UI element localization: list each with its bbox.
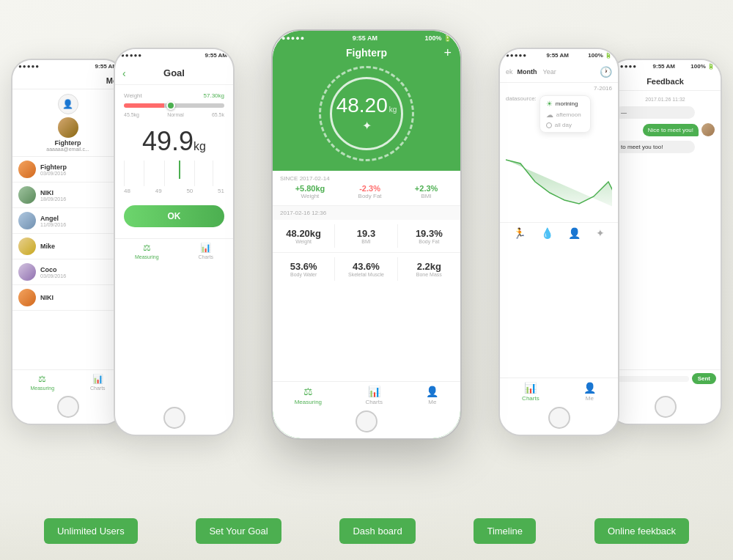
home-button-left[interactable]	[163, 407, 185, 429]
charts-icon-right: 📊	[524, 382, 537, 394]
user-list: Fighterp 03/09/2016 NIKI 18/09/2016 Ange…	[12, 157, 123, 311]
home-button-center[interactable]	[356, 410, 377, 432]
phone-center: ●●●●● 9:55 AM 100% 🔋 Fighterp + 48.	[271, 29, 462, 440]
tab-month[interactable]: Month	[517, 68, 537, 75]
send-button[interactable]: Sent	[692, 373, 716, 384]
center-nav-me[interactable]: 👤 Me	[426, 386, 438, 405]
chart-svg: -14 15 8-2 5 8 61.90 64.20 1.90	[506, 138, 612, 218]
chat-msg-1: —	[616, 106, 695, 119]
datasource-dropdown[interactable]: ☀ morining ☁ afternoon all day	[539, 95, 591, 133]
left-header: ‹ Goal	[115, 62, 233, 85]
list-item[interactable]: Mike	[12, 234, 123, 259]
center-green-area: ●●●●● 9:55 AM 100% 🔋 Fighterp + 48.	[273, 31, 460, 171]
chat-msg-2: Nice to meet you!	[643, 123, 715, 136]
left-bottom-nav: ⚖ Measuring 📊 Charts	[115, 238, 233, 263]
big-weight-value: 49.9	[142, 126, 194, 156]
tab-year[interactable]: Year	[543, 68, 556, 75]
measurement-timestamp: 2017-02-16 12:36	[273, 206, 460, 220]
nav-measuring-left[interactable]: ⚖ Measuring	[135, 243, 159, 259]
far-left-header: Me	[12, 73, 123, 89]
phones-area: ●●●●● 9:55 AM Me 👤 Fighterp aaaaaa@email…	[0, 15, 733, 494]
me-icon-center: 👤	[426, 386, 438, 397]
right-status: ●●●●● 9:55 AM 100% 🔋	[500, 49, 618, 62]
avatar	[18, 263, 36, 281]
avatar-placeholder: 👤	[58, 94, 78, 114]
list-item[interactable]: Angel 11/09/2016	[12, 208, 123, 234]
list-item[interactable]: Coco 03/09/2016	[12, 259, 123, 285]
phone-left: ●●●●● 9:55 AM ‹ Goal Weight 57.30kg 45.5…	[114, 48, 235, 436]
list-item[interactable]: Fighterp 03/09/2016	[12, 157, 123, 183]
center-title: Fighterp	[346, 47, 387, 59]
add-button[interactable]: +	[443, 45, 452, 61]
since-label: SINCE 2017-02-14	[273, 171, 460, 184]
signal-dots: ●●●●●	[18, 63, 40, 70]
avatar	[18, 237, 36, 255]
option-allday[interactable]: all day	[546, 120, 584, 130]
person-icon[interactable]: 👤	[568, 227, 581, 239]
bluetooth-icon: ✦	[362, 119, 372, 133]
right-nav-me[interactable]: 👤 Me	[583, 382, 596, 402]
left-time: 9:55 AM	[205, 52, 227, 59]
option-afternoon[interactable]: ☁ afternoon	[546, 109, 584, 120]
message-input-area: Sent	[610, 369, 721, 387]
clock-icon[interactable]: 🕐	[600, 66, 612, 78]
action-icons: 🏃 💧 👤 ✦	[500, 222, 618, 243]
center-nav-charts[interactable]: 📊 Charts	[365, 386, 383, 405]
phone-far-left: ●●●●● 9:55 AM Me 👤 Fighterp aaaaaa@email…	[11, 59, 125, 425]
home-button-right[interactable]	[548, 407, 570, 429]
unlimited-users-button[interactable]: Unlimited Users	[44, 518, 138, 544]
metric-bodywater: 53.6% Body Water	[273, 257, 335, 281]
stat-weight-value: +5.80kg	[295, 184, 325, 193]
water-icon[interactable]: 💧	[541, 227, 553, 239]
slider-thumb[interactable]	[166, 101, 175, 110]
charts-icon-center: 📊	[368, 386, 380, 397]
center-nav-measuring[interactable]: ⚖ Measuring	[295, 386, 322, 405]
avatar	[18, 186, 36, 204]
home-button-far-right[interactable]	[655, 396, 677, 418]
list-item[interactable]: NIKI	[12, 285, 123, 311]
center-bottom-nav: ⚖ Measuring 📊 Charts 👤 Me	[273, 381, 460, 409]
metric-bodyfat: 19.3% Body Fat	[398, 224, 460, 248]
sent-avatar	[701, 123, 715, 136]
tab-ek[interactable]: ek	[506, 68, 513, 75]
network-icon[interactable]: ✦	[596, 227, 605, 239]
stat-bmi-value: +2.3%	[415, 184, 438, 193]
profile-section: 👤 Fighterp aaaaaa@email.c...	[12, 89, 123, 157]
timeline-button[interactable]: Timeline	[474, 518, 536, 544]
nav-measuring[interactable]: ⚖ Measuring	[30, 374, 54, 391]
nav-charts-left[interactable]: 📊 Charts	[198, 243, 213, 259]
charts-icon-left: 📊	[200, 243, 211, 253]
message-input[interactable]	[614, 376, 689, 382]
measuring-icon-left: ⚖	[143, 243, 151, 253]
back-button[interactable]: ‹	[122, 67, 126, 79]
right-time: 9:55 AM	[547, 52, 569, 59]
right-nav-charts[interactable]: 📊 Charts	[522, 382, 539, 402]
big-weight-display: 49.9kg	[115, 117, 233, 161]
list-item[interactable]: NIKI 18/09/2016	[12, 183, 123, 208]
weight-slider[interactable]	[124, 103, 224, 108]
left-title: Goal	[163, 67, 185, 78]
online-feedback-button[interactable]: Online feekback	[594, 518, 689, 544]
ok-button[interactable]: OK	[124, 205, 224, 227]
nav-charts[interactable]: 📊 Charts	[90, 374, 106, 391]
option-morning[interactable]: ☀ morining	[546, 98, 584, 109]
chart-active-icon[interactable]: 🏃	[513, 227, 526, 239]
avatar	[18, 212, 36, 229]
gauge-value: 48.20	[336, 95, 388, 116]
weight-gauge: 48.20 kg ✦	[273, 66, 460, 161]
profile-name: Fighterp	[55, 139, 81, 147]
chat-area: 2017.01.26 11:32 — Nice to meet you! to …	[610, 91, 721, 159]
set-goal-button[interactable]: Set Your Goal	[196, 518, 281, 544]
center-status: ●●●●● 9:55 AM 100% 🔋	[273, 31, 460, 45]
metrics-grid-2: 53.6% Body Water 43.6% Skeletal Muscle 2…	[273, 253, 460, 285]
measuring-icon-center: ⚖	[303, 386, 313, 397]
feature-buttons: Unlimited Users Set Your Goal Dash board…	[0, 501, 733, 560]
far-right-status: ●●●●● 9:55 AM 100% 🔋	[610, 60, 721, 73]
bottom-nav: ⚖ Measuring 📊 Charts	[12, 369, 123, 394]
avatar	[18, 161, 36, 178]
home-button-far-left[interactable]	[57, 396, 79, 418]
metric-muscle: 43.6% Skeletal Muscle	[335, 257, 397, 281]
dashboard-button[interactable]: Dash board	[339, 518, 415, 544]
metric-bmi: 19.3 BMI	[335, 224, 397, 248]
right-tab-bar: ek Month Year 🕐	[500, 62, 618, 83]
